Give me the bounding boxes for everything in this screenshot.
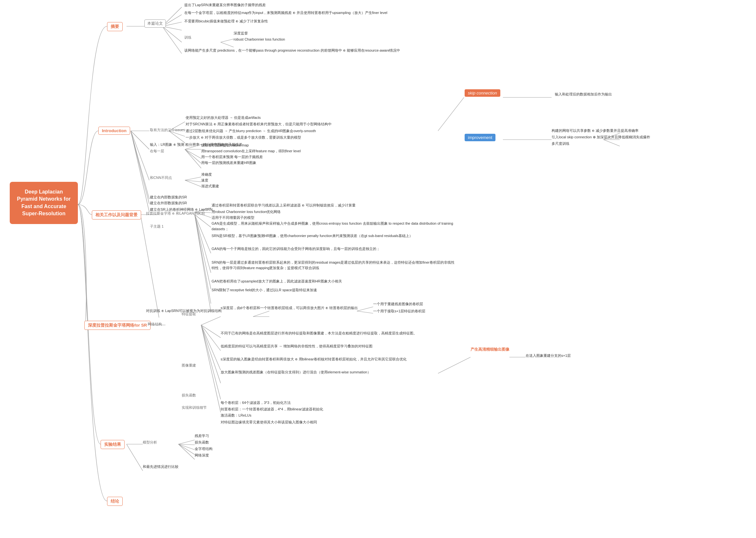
intro-cnn-accuracy: 准确度 xyxy=(201,172,212,177)
improvement-item1: 构建的网络可以共享参数 ⊕ 减少参数量并且提高准确率 xyxy=(551,128,638,133)
summary-training: 训练 xyxy=(184,35,191,40)
svg-line-50 xyxy=(201,325,221,412)
intro-issue2: 对于SRCNN算法 ⊕ 用正像素卷积或者转置卷积来代替预放大，但是只能用于小型网… xyxy=(186,122,332,127)
svg-line-59 xyxy=(178,444,195,455)
svg-line-39 xyxy=(195,215,211,289)
deep-net-title: 网络结构 xyxy=(148,322,162,327)
svg-line-19 xyxy=(185,149,201,168)
svg-line-40 xyxy=(195,215,211,303)
deep-training-item4: 对特征图边缘填充零元素使得其大小和该层输入图像大小相同 xyxy=(221,419,317,425)
intro-external-sr: 建立在外部数据集的SR xyxy=(150,201,187,205)
summary-network: 该网络能产生多尺度 predictions，在一个能够pass through … xyxy=(184,48,401,53)
intro-lapSRN2-item1: 通过卷积层和转置卷积层联合学习残差以及上采样滤波器 ⊕ 可以抑制锯齿效应，减少计… xyxy=(212,203,355,208)
svg-line-8 xyxy=(162,26,182,54)
improvement-item2: 引入local skip connection ⊕ 加深层次并且降低模糊消失或爆… xyxy=(551,135,650,139)
related-lapgan-3: GAN的每一个子网络是独立的，因此它的训练能力会受到子网络的深度影响，且每一层的… xyxy=(212,246,380,252)
summary-deep-supervision: 深度监督 xyxy=(234,31,248,36)
svg-line-38 xyxy=(195,215,211,273)
l1-summary: 摘要 xyxy=(107,22,123,31)
summary-p2: 在每一个金字塔层，以粗糙度的特征map作为input，来预测两频残差 ⊕ 并且使… xyxy=(184,10,387,15)
deep-training-item1: 每个卷积层：64个滤波器，3*3，初始化方法 xyxy=(221,400,291,405)
svg-line-20 xyxy=(131,131,149,180)
svg-line-58 xyxy=(178,444,195,450)
related-lapgan-6: SRN限制了receptive field的大小，通过以LR space提取特征… xyxy=(212,287,317,293)
intro-cnn-speed: 速度 xyxy=(201,178,208,183)
svg-line-17 xyxy=(185,149,201,158)
deep-training-item3: 激活函数：LReLUs xyxy=(221,413,252,418)
intro-issues-title: 取有方法的三个issues xyxy=(150,128,185,133)
svg-line-61 xyxy=(126,444,143,471)
intro-issue3: 通过2层数组来优化问题 → 产生blurry prediction → 生成的H… xyxy=(186,129,316,134)
summary-charbonnier: robust Charbonnier loss function xyxy=(234,37,285,41)
deep-feature-output2: 一个用于接取s+1层特征的卷积层 xyxy=(373,308,425,314)
svg-line-36 xyxy=(195,215,211,227)
mind-map: Deep Laplacian Pyramid Networks for Fast… xyxy=(0,0,756,538)
exp-model-item1: 残差学习 xyxy=(195,433,209,438)
exp-model-item3: 金字塔结构 xyxy=(195,447,213,451)
intro-subtopic: 子主题 1 xyxy=(150,224,164,229)
svg-line-22 xyxy=(185,180,201,182)
l1-conclusion: 结论 xyxy=(107,497,123,506)
intro-issue1: 使用预定义好的放大处理器 → 但是造成artifacts xyxy=(186,115,261,120)
improvement-item3: 多尺度训练 xyxy=(551,141,569,146)
related-lapgan-4: SRN的每一层是通过多通道转置卷积层联系起来的，更深层得到的residual i… xyxy=(212,260,455,270)
svg-line-51 xyxy=(253,311,269,317)
exp-model-item4: 网络深度 xyxy=(195,453,209,458)
l1-related: 相关工作以及问题背景 xyxy=(92,210,141,220)
l1-deep: 深度拉普拉斯金字塔网络for SR xyxy=(84,321,151,330)
svg-line-5 xyxy=(162,26,182,42)
intro-cnn-progressive: 渐进式重建 xyxy=(201,184,219,188)
intro-level-item4: 用每一层的预测残差来重建HR图象 xyxy=(201,160,256,165)
l1-exp: 实验结果 xyxy=(101,440,124,449)
intro-level-item3: 用一个卷积层来预测 每一层的子频残差 xyxy=(201,155,263,159)
summary-p1: 提出了LapSRN来重建某分辨率图像的子频带的残差 xyxy=(184,3,266,8)
svg-line-14 xyxy=(131,131,149,149)
svg-line-45 xyxy=(201,325,221,338)
related-lapgan-5: GAN把卷积用在了upsampled放大了的图象上，因此滤波器速度和HR图象大小… xyxy=(212,279,342,284)
deep-training-title: 实现和训练细节 xyxy=(182,405,207,410)
svg-line-25 xyxy=(131,131,149,204)
svg-line-21 xyxy=(185,177,201,180)
intro-lapSRN2-item2: 用robust Charbonnier loss function优化网络 xyxy=(212,209,281,214)
svg-line-62 xyxy=(438,357,470,373)
svg-line-37 xyxy=(195,215,211,253)
deep-feature-output1: 一个用于重建残差图像的卷积层 xyxy=(373,301,423,307)
svg-line-7 xyxy=(221,42,234,47)
svg-line-34 xyxy=(603,139,620,146)
improvement-box: improvement xyxy=(465,134,496,141)
intro-issue4: 一步放大 ⊕ 对于两倍放大倍数，或是多个放大倍数，需要训练大量的模型 xyxy=(186,135,301,140)
svg-line-60 xyxy=(178,444,195,459)
l1-intro: Introduction xyxy=(98,127,130,135)
deep-output-detail: 在送入图象重建分支的s+1层 xyxy=(526,353,571,358)
exp-model-title: 模型分析 xyxy=(143,440,157,445)
intro-level-item2: 用transposed convolution在上采样feature map，得… xyxy=(201,149,301,154)
related-lapgan-2: SRN是SR模型，基于LR图象预测HR图象，使用charbonnier pena… xyxy=(212,233,413,239)
exp-comparison: 和最先进情况进行比较 xyxy=(143,464,178,469)
svg-line-53 xyxy=(357,307,373,311)
svg-line-24 xyxy=(131,131,149,199)
deep-feature-item1: s深度层，由d个卷积层和一个转置卷积层组成，可以两倍放大图片 ⊕ 转置卷积层的输… xyxy=(221,305,358,311)
svg-line-26 xyxy=(131,131,149,212)
deep-image-item2: 放大图象和预测的残差图象（在特征提取分支得到）进行混合（使用element-wi… xyxy=(221,369,371,375)
related-lapgan-1: GAN是生成模型，用来从随机噪声和采样输入中合成多种图象，使用cross-ent… xyxy=(212,221,455,232)
root-node: Deep Laplacian Pyramid Networks for Fast… xyxy=(10,182,78,224)
svg-line-41 xyxy=(195,215,211,312)
svg-line-47 xyxy=(201,325,221,370)
deep-feature-item2: 不同于已有的网络是在高精度图层进行所有的特征提取和图像重建，本方法是在粗精度进行… xyxy=(221,331,417,336)
intro-each-level: 在每一层 xyxy=(150,149,164,154)
svg-line-49 xyxy=(201,325,221,400)
svg-line-6 xyxy=(221,39,234,42)
svg-line-54 xyxy=(357,311,373,313)
deep-feature-item3: 低精度层的特征可以与高精度层共享 → 增加网络的非线性性，使得高精度层学习叠加的… xyxy=(221,344,372,349)
intro-lapSRN2-item3: 适用于不同增量因子的模型 xyxy=(212,215,255,220)
deep-image-title: 图像重建 xyxy=(182,363,196,368)
deep-image-item1: s深度层的输入图象是经由转置卷积和两倍放大 ⊕ 用bilinear卷积核对转置卷… xyxy=(221,356,406,362)
deep-output: 产生高清精细输出图像 xyxy=(470,347,509,352)
related-lapgan-title: 拉普拉斯金字塔 ⊕ 和LAPGAN的区别 xyxy=(146,211,205,216)
svg-line-18 xyxy=(185,149,201,163)
svg-line-13 xyxy=(169,131,185,143)
deep-training-item2: 转置卷积层：一个转置卷积滤波器，4*4，用bilinear滤波器初始化 xyxy=(221,406,323,412)
intro-internal-sr: 建立在内部数据集的SR xyxy=(150,195,187,200)
intro-cnn-title: 和CNN不同点 xyxy=(150,175,172,180)
summary-p3: 不需要用bicubic插值来做预处理 ⊕ 减少了计算复杂性 xyxy=(184,19,268,24)
